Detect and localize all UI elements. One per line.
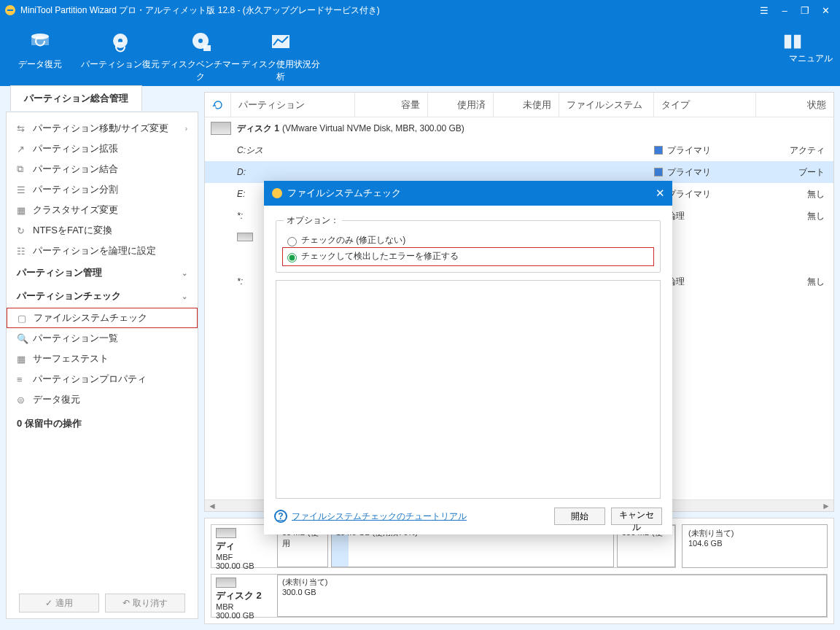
row-status: 無し bbox=[756, 210, 833, 222]
resize-icon: ⇆ bbox=[17, 123, 33, 134]
refresh-button[interactable] bbox=[205, 93, 231, 117]
sidebar-item-data-recovery[interactable]: ⊜ データ復元 bbox=[7, 389, 198, 410]
sidebar-item-split[interactable]: ☰ パーティション分割 bbox=[7, 179, 198, 200]
disk2-map-head: ディスク 2 MBR 300.00 GB bbox=[211, 575, 277, 617]
row-drive: D: bbox=[231, 167, 355, 177]
partition-recovery-icon bbox=[80, 26, 160, 58]
fs-check-icon: ▢ bbox=[18, 313, 34, 324]
col-free[interactable]: 未使用 bbox=[494, 93, 559, 117]
start-button[interactable]: 開始 bbox=[554, 508, 605, 525]
tutorial-link[interactable]: ? ファイルシステムチェックのチュートリアル bbox=[274, 510, 467, 523]
surface-icon: ▦ bbox=[17, 354, 33, 365]
pending-ops-label: 0 保留中の操作 bbox=[7, 410, 198, 438]
menu-icon[interactable]: ☰ bbox=[754, 0, 774, 20]
sidebar-item-extend[interactable]: ↗ パーティション拡張 bbox=[7, 139, 198, 159]
help-icon: ? bbox=[274, 510, 287, 523]
chevron-down-icon: ⌄ bbox=[182, 269, 187, 277]
maximize-button[interactable]: ❐ bbox=[795, 0, 815, 20]
row-drive: C:シス bbox=[231, 144, 355, 157]
hdd-icon bbox=[237, 233, 253, 241]
table-row[interactable]: C:シスプライマリアクティ bbox=[205, 139, 833, 161]
col-partition[interactable]: パーティション bbox=[231, 93, 355, 117]
dialog-title-bar[interactable]: ファイルシステムチェック ✕ bbox=[264, 181, 672, 206]
manual-icon bbox=[782, 31, 840, 52]
app-logo-icon bbox=[4, 4, 16, 16]
col-type[interactable]: タイプ bbox=[654, 93, 756, 117]
row-status: 無し bbox=[756, 276, 833, 288]
dialog-title: ファイルシステムチェック bbox=[287, 187, 401, 200]
title-bar: MiniTool Partition Wizard プロ・アルティメット版 12… bbox=[0, 0, 840, 20]
options-legend: オプション： bbox=[284, 214, 342, 227]
row-type: プライマリ bbox=[654, 144, 756, 157]
radio-check-only[interactable]: チェックのみ (修正しない) bbox=[284, 233, 653, 249]
cancel-button[interactable]: キャンセル bbox=[611, 508, 662, 525]
row-type: プライマリ bbox=[654, 166, 756, 179]
sidebar-item-surface-test[interactable]: ▦ サーフェステスト bbox=[7, 349, 198, 369]
sidebar-item-explore[interactable]: 🔍 パーティション一覧 bbox=[7, 328, 198, 349]
data-recovery-icon bbox=[0, 26, 80, 58]
tool-space-analyzer[interactable]: ディスク使用状況分析 bbox=[241, 26, 321, 83]
merge-icon: ⧉ bbox=[17, 163, 33, 175]
cluster-icon: ▦ bbox=[17, 205, 33, 216]
benchmark-icon bbox=[160, 26, 241, 58]
sidebar-item-move-resize[interactable]: ⇆ パーティション移動/サイズ変更 › bbox=[7, 118, 198, 139]
sidebar-item-set-logical[interactable]: ☷ パーティションを論理に設定 bbox=[7, 241, 198, 261]
dialog-close-button[interactable]: ✕ bbox=[656, 187, 665, 200]
radio-check-fix[interactable]: チェックして検出したエラーを修正する bbox=[284, 249, 653, 265]
table-row[interactable]: D:プライマリブート bbox=[205, 161, 833, 183]
col-capacity[interactable]: 容量 bbox=[355, 93, 428, 117]
disk2-seg-1[interactable]: (未割り当て)300.0 GB bbox=[277, 575, 827, 617]
sidebar-item-merge[interactable]: ⧉ パーティション結合 bbox=[7, 159, 198, 179]
radio-check-fix-input[interactable] bbox=[287, 253, 297, 262]
tool-disk-benchmark[interactable]: ディスクベンチマーク bbox=[160, 26, 241, 83]
sidebar: パーティション総合管理 ⇆ パーティション移動/サイズ変更 › ↗ パーティショ… bbox=[0, 86, 204, 630]
chevron-down-icon: ⌄ bbox=[182, 292, 187, 300]
svg-rect-3 bbox=[31, 36, 49, 45]
unallocated-block[interactable]: (未割り当て) 104.6 GB bbox=[682, 524, 828, 568]
sidebar-item-ntfs-fat[interactable]: ↻ NTFSをFATに変換 bbox=[7, 220, 198, 241]
extend-icon: ↗ bbox=[17, 144, 33, 155]
svg-rect-8 bbox=[203, 45, 211, 51]
undo-button[interactable]: ↶ 取り消す bbox=[105, 594, 185, 612]
main-toolbar: データ復元 パーティション復元 ディスクベンチマーク ディスク使用状況分析 マニ… bbox=[0, 20, 840, 86]
scroll-right-icon[interactable]: ► bbox=[822, 501, 831, 511]
hdd-icon bbox=[211, 122, 231, 135]
search-icon: 🔍 bbox=[17, 333, 33, 344]
col-fs[interactable]: ファイルシステム bbox=[559, 93, 654, 117]
chevron-right-icon: › bbox=[185, 125, 187, 133]
sidebar-heading-check[interactable]: パーティションチェック ⌄ bbox=[7, 284, 198, 308]
tool-partition-recovery[interactable]: パーティション復元 bbox=[80, 26, 160, 71]
row-status: ブート bbox=[756, 166, 833, 179]
dialog-logo-icon bbox=[271, 187, 283, 199]
svg-point-7 bbox=[198, 39, 203, 43]
radio-check-only-input[interactable] bbox=[287, 237, 297, 246]
row-status: 無し bbox=[756, 188, 833, 201]
minimize-button[interactable]: – bbox=[774, 0, 795, 20]
logical-icon: ☷ bbox=[17, 246, 33, 257]
sidebar-item-fs-check[interactable]: ▢ ファイルシステムチェック bbox=[7, 308, 198, 328]
tool-manual[interactable]: マニュアル bbox=[782, 26, 840, 65]
scroll-left-icon[interactable]: ◄ bbox=[208, 501, 217, 511]
sidebar-heading-manage[interactable]: パーティション管理 ⌄ bbox=[7, 261, 198, 284]
apply-button[interactable]: ✓ 適用 bbox=[19, 594, 99, 612]
properties-icon: ≡ bbox=[17, 374, 33, 385]
output-textarea[interactable] bbox=[276, 280, 661, 499]
col-used[interactable]: 使用済 bbox=[428, 93, 494, 117]
space-analyzer-icon bbox=[241, 26, 321, 58]
column-headers: パーティション 容量 使用済 未使用 ファイルシステム タイプ 状態 bbox=[205, 93, 833, 117]
close-button[interactable]: ✕ bbox=[815, 0, 836, 20]
sidebar-item-properties[interactable]: ≡ パーティションプロパティ bbox=[7, 369, 198, 389]
sidebar-tab[interactable]: パーティション総合管理 bbox=[10, 85, 142, 111]
sidebar-item-cluster[interactable]: ▦ クラスタサイズ変更 bbox=[7, 200, 198, 220]
split-icon: ☰ bbox=[17, 184, 33, 195]
options-group: オプション： チェックのみ (修正しない) チェックして検出したエラーを修正する bbox=[276, 214, 661, 273]
type-color-icon bbox=[654, 146, 663, 155]
disk-header-row[interactable]: ディスク 1 (VMware Virtual NVMe Disk, MBR, 3… bbox=[205, 117, 833, 139]
type-color-icon bbox=[654, 168, 663, 176]
window-caption: MiniTool Partition Wizard プロ・アルティメット版 12… bbox=[20, 4, 380, 17]
tool-data-recovery[interactable]: データ復元 bbox=[0, 26, 80, 71]
row-status: アクティ bbox=[756, 144, 833, 157]
svg-rect-1 bbox=[7, 9, 13, 11]
fs-check-dialog: ファイルシステムチェック ✕ オプション： チェックのみ (修正しない) チェッ… bbox=[264, 181, 672, 534]
col-status[interactable]: 状態 bbox=[756, 93, 833, 117]
